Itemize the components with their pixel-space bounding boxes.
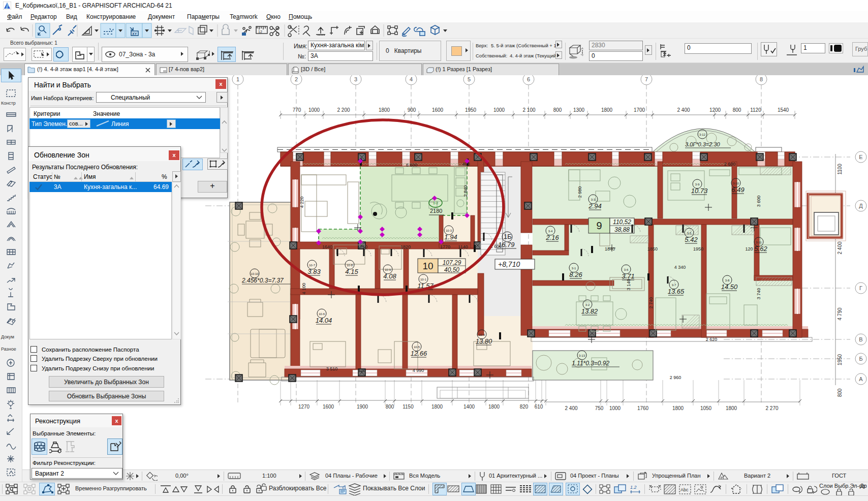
svg-text:8 600: 8 600 (406, 163, 418, 168)
svg-text:820: 820 (520, 404, 529, 410)
svg-text:110,52: 110,52 (613, 218, 631, 226)
svg-text:3-11: 3-11 (756, 241, 762, 244)
svg-text:3-4: 3-4 (548, 230, 553, 233)
svg-text:1800: 1800 (431, 404, 443, 410)
svg-text:1100: 1100 (837, 164, 843, 175)
svg-text:1750: 1750 (357, 244, 367, 249)
svg-text:2 980: 2 980 (577, 186, 582, 198)
svg-text:4: 4 (410, 76, 413, 82)
svg-text:1400: 1400 (463, 404, 475, 410)
svg-text:3-6: 3-6 (624, 268, 629, 271)
svg-text:4 100: 4 100 (301, 283, 306, 295)
svg-text:120: 120 (358, 368, 365, 373)
svg-text:1000: 1000 (308, 107, 320, 113)
svg-text:1800: 1800 (488, 404, 500, 410)
svg-text:Г: Г (859, 285, 862, 291)
svg-text:800: 800 (386, 404, 394, 410)
svg-text:А: А (859, 376, 863, 382)
svg-text:Abc: Abc (680, 487, 689, 492)
svg-text:3.0Г*0.3=2.30: 3.0Г*0.3=2.30 (685, 141, 721, 147)
svg-text:10: 10 (422, 261, 433, 271)
svg-text:3-1: 3-1 (572, 267, 576, 270)
svg-text:800: 800 (733, 107, 741, 113)
svg-text:1: 1 (236, 76, 239, 82)
svg-text:1760: 1760 (637, 405, 649, 411)
svg-text:1120: 1120 (750, 107, 761, 113)
svg-text:1600: 1600 (323, 404, 334, 410)
svg-text:6: 6 (527, 76, 530, 82)
svg-text:40,50: 40,50 (444, 266, 459, 273)
svg-text:12: 12 (258, 30, 262, 34)
svg-text:2 600: 2 600 (724, 162, 736, 167)
svg-text:3-3: 3-3 (591, 198, 596, 201)
svg-text:2 100: 2 100 (522, 107, 535, 113)
svg-text:10-5: 10-5 (414, 346, 420, 349)
svg-text:800: 800 (553, 107, 562, 113)
svg-text:2 740: 2 740 (648, 297, 654, 309)
svg-text:2180: 2180 (430, 208, 442, 214)
svg-text:1800: 1800 (672, 405, 684, 411)
svg-text:10-9: 10-9 (385, 268, 391, 271)
svg-text:2.456*0.3=7.37: 2.456*0.3=7.37 (241, 277, 284, 284)
svg-text:610: 610 (535, 404, 543, 410)
svg-text:3-9: 3-9 (695, 183, 700, 186)
svg-text:2 840: 2 840 (463, 185, 468, 197)
svg-text:3-2: 3-2 (585, 303, 590, 306)
svg-text:1600: 1600 (432, 107, 444, 113)
svg-text:2: 2 (295, 76, 298, 82)
svg-text:1300: 1300 (573, 107, 585, 113)
svg-text:3 740: 3 740 (756, 288, 761, 300)
svg-text:1950: 1950 (837, 354, 843, 365)
svg-text:4 990: 4 990 (413, 368, 424, 373)
svg-text:7: 7 (645, 76, 648, 82)
svg-text:2 620: 2 620 (706, 337, 718, 342)
svg-text:3-8: 3-8 (725, 279, 730, 282)
svg-text:10-1: 10-1 (420, 278, 427, 281)
svg-text:Д: Д (859, 203, 863, 209)
svg-text:+8,710: +8,710 (498, 260, 520, 268)
svg-text:1770: 1770 (440, 244, 450, 249)
svg-text:3-5: 3-5 (687, 232, 692, 235)
svg-text:1Б: 1Б (504, 233, 512, 240)
svg-text:1840: 1840 (605, 246, 615, 252)
svg-text:900: 900 (408, 107, 416, 113)
svg-text:3-7: 3-7 (672, 284, 676, 287)
svg-text:4 340: 4 340 (674, 265, 686, 270)
svg-text:770: 770 (293, 107, 301, 113)
svg-text:1200: 1200 (709, 107, 721, 113)
svg-text:1800: 1800 (379, 107, 390, 113)
svg-text:1.11*0.3=0.92: 1.11*0.3=0.92 (572, 360, 610, 367)
svg-text:3 510: 3 510 (326, 366, 338, 371)
svg-text:Е: Е (859, 154, 862, 160)
svg-text:В: В (859, 336, 862, 342)
svg-text:1850: 1850 (647, 246, 658, 252)
svg-text:2 400: 2 400 (565, 405, 577, 411)
svg-text:1950: 1950 (693, 246, 703, 252)
svg-text:1700: 1700 (634, 107, 645, 113)
svg-text:1140: 1140 (458, 244, 468, 249)
svg-text:4 220: 4 220 (299, 197, 304, 208)
svg-text:3-10: 3-10 (733, 182, 739, 185)
svg-text:1.2: 1.2 (630, 485, 637, 490)
svg-text:10-8: 10-8 (347, 264, 353, 267)
svg-text:1540: 1540 (778, 107, 789, 113)
svg-text:3 140: 3 140 (626, 279, 631, 291)
svg-text:2 270: 2 270 (765, 405, 778, 411)
svg-text:1050: 1050 (700, 405, 712, 411)
svg-text:2 400: 2 400 (837, 241, 843, 254)
svg-text:750: 750 (595, 405, 604, 411)
svg-text:8: 8 (760, 76, 763, 82)
svg-text:9: 9 (596, 220, 602, 231)
svg-text:3-13: 3-13 (579, 354, 585, 357)
svg-text:3-12: 3-12 (699, 133, 706, 136)
svg-text:107,29: 107,29 (443, 259, 461, 266)
svg-text:1270: 1270 (298, 404, 310, 410)
svg-text:1820: 1820 (400, 244, 411, 249)
svg-text:1900: 1900 (357, 404, 368, 410)
svg-text:10-3: 10-3 (446, 229, 452, 232)
svg-text:5: 5 (468, 76, 471, 82)
svg-text:1-2: 1-2 (433, 201, 438, 205)
svg-text:Б: Б (859, 356, 862, 362)
svg-text:1800: 1800 (726, 405, 737, 411)
svg-text:10-4: 10-4 (479, 333, 485, 336)
